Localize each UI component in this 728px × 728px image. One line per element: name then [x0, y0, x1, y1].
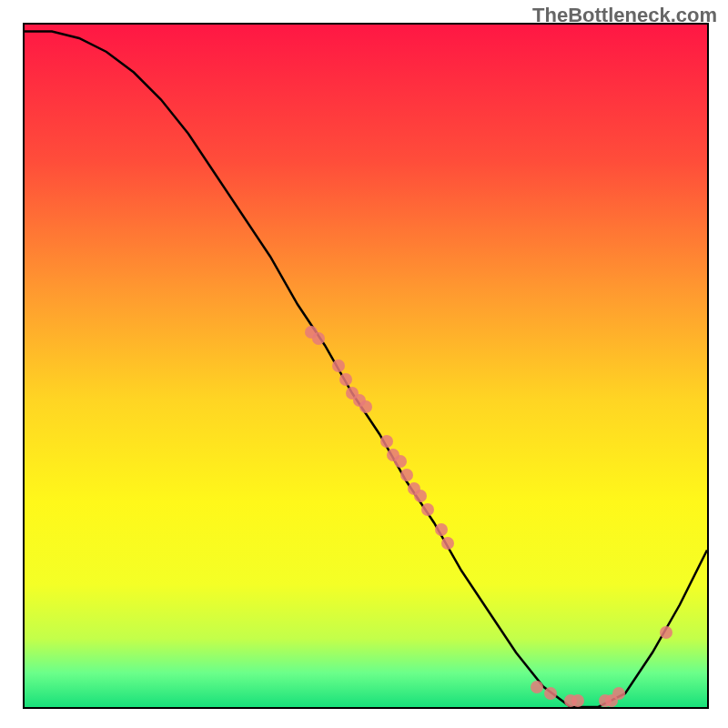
data-point	[394, 455, 407, 468]
data-point	[531, 681, 543, 693]
data-point	[571, 694, 584, 707]
data-point	[612, 687, 625, 700]
data-point	[414, 490, 427, 502]
data-point	[339, 373, 352, 386]
data-point	[435, 523, 448, 536]
data-point	[312, 332, 325, 345]
data-point	[660, 626, 672, 639]
plot-area	[23, 23, 709, 709]
chart-container: TheBottleneck.com	[0, 0, 728, 728]
data-point	[421, 503, 434, 516]
watermark-text: TheBottleneck.com	[532, 4, 717, 27]
data-point	[380, 435, 393, 448]
data-point	[359, 400, 372, 413]
bottleneck-curve	[25, 25, 707, 707]
data-point	[400, 469, 413, 481]
data-point	[441, 537, 454, 550]
data-point	[332, 359, 345, 372]
data-point	[544, 687, 557, 700]
